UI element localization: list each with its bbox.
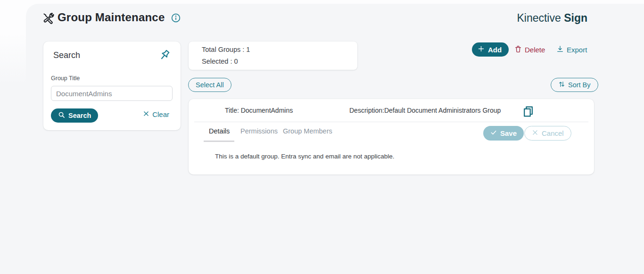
total-groups-text: Total Groups : 1 — [202, 46, 250, 53]
search-button-label: Search — [68, 112, 91, 119]
clear-button-label: Clear — [152, 110, 169, 118]
search-icon — [58, 111, 65, 120]
info-icon[interactable] — [171, 13, 181, 23]
copy-icon[interactable] — [522, 105, 534, 117]
summary-card: Total Groups : 1 Selected : 0 — [189, 42, 357, 70]
search-card-title: Search — [53, 50, 80, 60]
divider — [194, 122, 588, 122]
delete-button-label: Delete — [525, 46, 545, 54]
export-button-label: Export — [567, 46, 587, 54]
cancel-button-label: Cancel — [542, 129, 564, 137]
tab-permissions[interactable]: Permissions — [240, 127, 278, 135]
search-card: Search Group Title Search — [43, 42, 181, 130]
tab-details[interactable]: Details — [209, 127, 230, 135]
delete-button[interactable]: Delete — [514, 45, 545, 54]
select-all-label: Select All — [196, 81, 224, 89]
group-description-label: Description: — [349, 107, 384, 114]
group-description-value: Default Document Administrators Group — [384, 107, 501, 114]
save-button[interactable]: Save — [483, 126, 524, 141]
pin-icon[interactable] — [156, 46, 173, 64]
brand-logo: Kinective Sign — [517, 12, 587, 25]
plus-icon — [478, 45, 485, 54]
tab-group-members[interactable]: Group Members — [283, 127, 332, 135]
add-button-label: Add — [488, 46, 502, 54]
clear-button[interactable]: Clear — [143, 110, 169, 118]
sort-arrows-icon — [558, 81, 565, 89]
export-button[interactable]: Export — [556, 45, 587, 54]
sort-by-button[interactable]: Sort By — [551, 78, 598, 92]
content-panel: Group Maintenance Kinective Sign Search … — [26, 4, 644, 274]
group-title-value: DocumentAdmins — [241, 107, 293, 114]
search-button[interactable]: Search — [51, 108, 98, 123]
group-default-note: This is a default group. Entra sync and … — [215, 153, 394, 160]
download-icon — [556, 45, 564, 54]
maintenance-tools-icon — [42, 13, 55, 25]
active-tab-underline — [204, 141, 234, 142]
group-title-input[interactable] — [51, 86, 173, 101]
close-icon — [532, 129, 538, 137]
left-rail-background — [0, 33, 26, 274]
brand-product: Sign — [564, 12, 587, 24]
close-icon — [143, 110, 149, 118]
group-title-text: Title: DocumentAdmins — [225, 107, 293, 114]
page-title: Group Maintenance — [58, 11, 165, 24]
sort-by-label: Sort By — [568, 81, 591, 89]
brand-name: Kinective — [517, 12, 561, 24]
group-title-label: Group Title — [51, 75, 80, 82]
group-description-text: Description:Default Document Administrat… — [349, 107, 501, 114]
check-icon — [490, 129, 497, 137]
group-title-label: Title: — [225, 107, 239, 114]
cancel-button[interactable]: Cancel — [524, 126, 571, 141]
group-title-row: Title: DocumentAdmins Description:Defaul… — [189, 99, 594, 122]
trash-icon — [514, 45, 522, 54]
save-button-label: Save — [500, 129, 517, 137]
selected-count-text: Selected : 0 — [202, 58, 238, 65]
select-all-button[interactable]: Select All — [188, 78, 231, 92]
group-card: Title: DocumentAdmins Description:Defaul… — [189, 99, 594, 174]
group-maintenance-page: Group Maintenance Kinective Sign Search … — [0, 0, 644, 274]
add-button[interactable]: Add — [472, 42, 509, 57]
